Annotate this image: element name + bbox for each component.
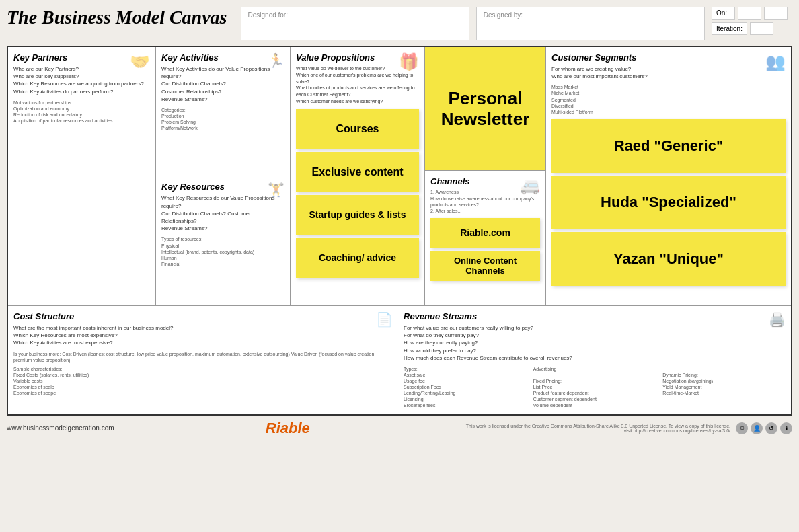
revenue-streams-questions: For what value are our customers really …: [404, 324, 786, 362]
canvas-main: Key Partners 🤝 Who are our Key Partners?…: [8, 47, 791, 306]
key-activities-icon: 🏃: [268, 52, 284, 69]
on-iteration-box: On: Iteration:: [712, 7, 792, 35]
footer-url: www.businessmodelgeneration.com: [7, 424, 114, 432]
footer-copyright: This work is licensed under the Creative…: [461, 424, 730, 433]
key-partners-small: Motivations for partnerships: Optimizati…: [13, 100, 150, 124]
revenue-streams-title: Revenue Streams: [404, 311, 786, 321]
canvas-bottom: Cost Structure 📄 What are the most impor…: [8, 306, 791, 414]
key-resources-cell: Key Resources 🏋️ What Key Resources do o…: [156, 176, 290, 305]
designed-for-label: Designed for:: [248, 11, 462, 19]
on-value[interactable]: [738, 7, 761, 20]
page-title: The Business Model Canvas: [7, 7, 227, 28]
iteration-label: Iteration:: [716, 25, 743, 32]
key-activities-cell: Key Activities 🏃 What Key Activities do …: [156, 47, 290, 176]
iteration-box[interactable]: Iteration:: [712, 22, 747, 35]
customer-segments-icon: 👥: [765, 52, 786, 71]
sticky-raed[interactable]: Raed "Generic": [551, 119, 786, 173]
key-partners-icon: 🤝: [130, 52, 150, 71]
cost-structure-questions: What are the most important costs inhere…: [13, 324, 393, 347]
footer-icons: © 👤 ↺ ℹ: [736, 422, 792, 434]
sticky-online-content[interactable]: Online Content Channels: [430, 251, 540, 281]
footer-logo-text: Riable: [266, 420, 310, 436]
on-label: On:: [716, 9, 727, 17]
sticky-riable[interactable]: Riable.com: [430, 218, 540, 248]
cost-structure-cell: Cost Structure 📄 What are the most impor…: [8, 306, 398, 402]
footer-logo: Riable: [266, 420, 310, 437]
sticky-coaching[interactable]: Coaching/ advice: [296, 238, 419, 278]
key-resources-questions: What Key Resources do our Value Proposit…: [161, 194, 284, 232]
cc-icon: ©: [736, 422, 748, 434]
revenue-streams-cell: Revenue Streams 🖨️ For what value are ou…: [398, 306, 791, 414]
sticky-startup-guides[interactable]: Startup guides & lists: [296, 195, 419, 235]
business-model-canvas: Key Partners 🤝 Who are our Key Partners?…: [7, 46, 792, 416]
value-propositions-cell: Value Propositions 🎁 What value do we de…: [291, 47, 425, 305]
activities-resources-col: Key Activities 🏃 What Key Activities do …: [156, 47, 291, 305]
designed-by-label: Designed by:: [484, 11, 697, 19]
by-icon: 👤: [751, 422, 763, 434]
key-resources-small: Types of resources: Physical Intellectua…: [161, 236, 284, 266]
cost-structure-icon: 📄: [376, 311, 393, 328]
key-resources-title: Key Resources: [161, 182, 284, 192]
cost-structure-small1: Is your business more: Cost Driven (lean…: [13, 351, 393, 363]
cost-structure-title: Cost Structure: [13, 311, 393, 321]
customer-relationships-cell: Personal Newsletter Customer Relationshi…: [425, 47, 545, 171]
key-partners-cell: Key Partners 🤝 Who are our Key Partners?…: [8, 47, 156, 305]
customer-segments-cell: Customer Segments 👥 For whom are we crea…: [546, 47, 791, 305]
info-icon: ℹ: [780, 422, 792, 434]
page: The Business Model Canvas Designed for: …: [0, 0, 799, 532]
header: The Business Model Canvas Designed for: …: [7, 7, 792, 40]
customer-segments-questions: For whom are we creating value? Who are …: [551, 65, 786, 80]
sticky-courses[interactable]: Courses: [296, 109, 419, 149]
personal-newsletter-sticky[interactable]: Personal Newsletter: [425, 47, 545, 170]
channels-cell: Channels 🚐 1. Awareness How do we raise …: [425, 171, 545, 305]
designed-for-box[interactable]: Designed for:: [241, 7, 469, 40]
designed-by-box[interactable]: Designed by:: [476, 7, 705, 40]
sticky-yazan[interactable]: Yazan "Unique": [551, 232, 786, 286]
revenue-streams-small: Types: Asset sale Usage fee Subscription…: [404, 366, 786, 409]
cost-structure-small2: Sample characteristics: Fixed Costs (sal…: [13, 366, 393, 396]
key-resources-icon: 🏋️: [268, 182, 284, 198]
sticky-exclusive-content[interactable]: Exclusive content: [296, 152, 419, 192]
sticky-huda[interactable]: Huda "Specialized": [551, 176, 786, 229]
iteration-value[interactable]: [750, 22, 773, 35]
channels-icon: 🚐: [520, 176, 540, 195]
sa-icon: ↺: [765, 422, 777, 434]
customer-segments-small: Mass Market Niche Market Segmented Diver…: [551, 84, 786, 114]
key-activities-title: Key Activities: [161, 52, 284, 63]
key-activities-questions: What Key Activities do our Value Proposi…: [161, 65, 284, 103]
value-props-icon: 🎁: [399, 52, 419, 71]
on-value2[interactable]: [764, 7, 788, 20]
rel-channels-col: Personal Newsletter Customer Relationshi…: [425, 47, 546, 305]
key-activities-small: Categories: Production Problem Solving P…: [161, 107, 284, 131]
revenue-streams-icon: 🖨️: [769, 311, 786, 328]
personal-newsletter-label: Personal Newsletter: [425, 88, 545, 130]
footer: www.businessmodelgeneration.com Riable T…: [7, 420, 792, 437]
on-box[interactable]: On:: [712, 7, 735, 20]
customer-segments-title: Customer Segments: [551, 52, 786, 63]
